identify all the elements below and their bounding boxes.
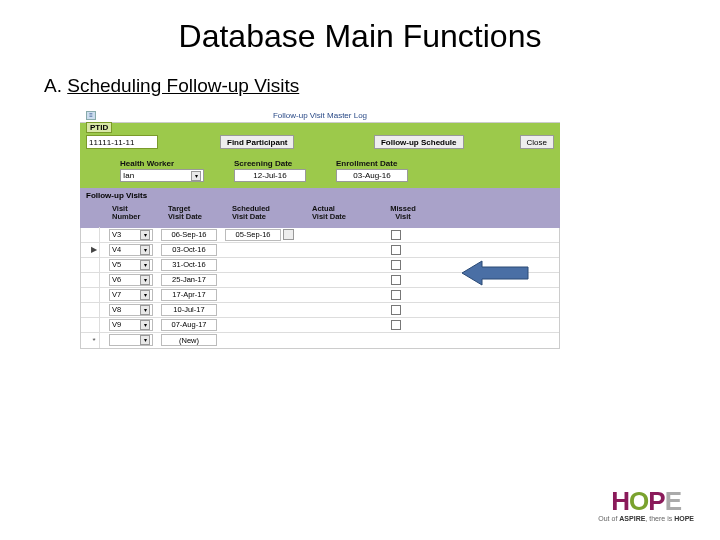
col-target-date: TargetVisit Date	[168, 205, 232, 222]
row-separator	[99, 242, 109, 257]
enrollment-date-label: Enrollment Date	[336, 159, 408, 168]
participant-info-bar: Health Worker Ian ▾ Screening Date 12-Ju…	[80, 153, 560, 188]
scheduled-date-wrap: 05-Sep-16	[225, 229, 305, 241]
missed-visit-checkbox[interactable]	[391, 245, 401, 255]
table-row[interactable]: ▶V4▾03-Oct-16	[81, 243, 559, 258]
chevron-down-icon[interactable]: ▾	[140, 335, 150, 345]
chevron-down-icon[interactable]: ▾	[140, 230, 150, 240]
table-column-headers: VisitNumber TargetVisit Date ScheduledVi…	[80, 203, 560, 228]
missed-visit-wrap	[375, 275, 417, 285]
chevron-down-icon[interactable]: ▾	[140, 290, 150, 300]
target-date-cell: 03-Oct-16	[161, 244, 217, 256]
slide-subtitle: A. Scheduling Follow-up Visits	[44, 75, 720, 97]
health-worker-select[interactable]: Ian ▾	[120, 169, 204, 182]
missed-visit-checkbox[interactable]	[391, 290, 401, 300]
visit-number-cell[interactable]: V5▾	[109, 259, 153, 271]
visit-number-cell[interactable]: V8▾	[109, 304, 153, 316]
followup-visits-header: Follow-up Visits	[80, 188, 560, 203]
close-button[interactable]: Close	[520, 135, 554, 149]
missed-visit-checkbox[interactable]	[391, 275, 401, 285]
chevron-down-icon[interactable]: ▾	[140, 245, 150, 255]
target-date-cell: (New)	[161, 334, 217, 346]
logo-tagline: Out of ASPIRE, there is HOPE	[598, 515, 694, 522]
window-menu-icon[interactable]: ≡	[86, 111, 96, 120]
row-separator	[99, 227, 109, 242]
enrollment-date-field: 03-Aug-16	[336, 169, 408, 182]
col-missed-visit: MissedVisit	[382, 205, 424, 222]
subtitle-prefix: A.	[44, 75, 67, 96]
logo-wordmark: HOPE	[598, 486, 694, 517]
row-separator	[99, 317, 109, 332]
chevron-down-icon[interactable]: ▾	[140, 320, 150, 330]
chevron-down-icon[interactable]: ▾	[140, 260, 150, 270]
missed-visit-wrap	[375, 290, 417, 300]
database-window: ≡ Follow-up Visit Master Log PTID Find P…	[80, 109, 560, 349]
col-scheduled-date: ScheduledVisit Date	[232, 205, 312, 222]
visits-table-body: V3▾06-Sep-1605-Sep-16▶V4▾03-Oct-16V5▾31-…	[80, 228, 560, 349]
col-visit-number: VisitNumber	[112, 205, 168, 222]
table-row[interactable]: V6▾25-Jan-17	[81, 273, 559, 288]
visit-number-cell[interactable]: V3▾	[109, 229, 153, 241]
row-separator	[99, 257, 109, 272]
followup-schedule-button[interactable]: Follow-up Schedule	[374, 135, 464, 149]
ptid-label: PTID	[86, 122, 112, 133]
health-worker-label: Health Worker	[120, 159, 204, 168]
visit-number-cell[interactable]: V9▾	[109, 319, 153, 331]
subtitle-link: Scheduling Follow-up Visits	[67, 75, 299, 96]
visit-number-cell[interactable]: ▾	[109, 334, 153, 346]
scheduled-date-cell[interactable]: 05-Sep-16	[225, 229, 281, 241]
row-separator	[99, 302, 109, 317]
screening-date-field: 12-Jul-16	[234, 169, 306, 182]
health-worker-value: Ian	[123, 171, 134, 180]
table-row[interactable]: V3▾06-Sep-1605-Sep-16	[81, 228, 559, 243]
table-row[interactable]: V7▾17-Apr-17	[81, 288, 559, 303]
missed-visit-wrap	[375, 230, 417, 240]
col-actual-date: ActualVisit Date	[312, 205, 382, 222]
target-date-cell: 06-Sep-16	[161, 229, 217, 241]
visit-number-cell[interactable]: V4▾	[109, 244, 153, 256]
missed-visit-checkbox[interactable]	[391, 260, 401, 270]
window-title: Follow-up Visit Master Log	[273, 111, 367, 120]
find-participant-button[interactable]: Find Participant	[220, 135, 294, 149]
table-row[interactable]: *▾(New)	[81, 333, 559, 348]
chevron-down-icon[interactable]: ▾	[191, 171, 201, 181]
table-row[interactable]: V5▾31-Oct-16	[81, 258, 559, 273]
window-titlebar: ≡ Follow-up Visit Master Log	[80, 109, 560, 123]
missed-visit-checkbox[interactable]	[391, 320, 401, 330]
visit-number-cell[interactable]: V7▾	[109, 289, 153, 301]
hope-logo: HOPE Out of ASPIRE, there is HOPE	[598, 486, 694, 522]
missed-visit-checkbox[interactable]	[391, 230, 401, 240]
row-separator	[99, 272, 109, 287]
target-date-cell: 25-Jan-17	[161, 274, 217, 286]
missed-visit-wrap	[375, 260, 417, 270]
slide-title: Database Main Functions	[0, 18, 720, 55]
target-date-cell: 17-Apr-17	[161, 289, 217, 301]
table-row[interactable]: V8▾10-Jul-17	[81, 303, 559, 318]
ptid-input[interactable]	[86, 135, 158, 149]
row-marker: ▶	[89, 245, 99, 254]
missed-visit-wrap	[375, 320, 417, 330]
row-separator	[99, 287, 109, 302]
row-separator	[99, 333, 109, 348]
chevron-down-icon[interactable]: ▾	[140, 275, 150, 285]
chevron-down-icon[interactable]: ▾	[140, 305, 150, 315]
row-marker: *	[89, 336, 99, 345]
target-date-cell: 31-Oct-16	[161, 259, 217, 271]
missed-visit-checkbox[interactable]	[391, 305, 401, 315]
table-row[interactable]: V9▾07-Aug-17	[81, 318, 559, 333]
missed-visit-wrap	[375, 245, 417, 255]
visit-number-cell[interactable]: V6▾	[109, 274, 153, 286]
date-picker-button[interactable]	[283, 229, 294, 240]
target-date-cell: 10-Jul-17	[161, 304, 217, 316]
screening-date-label: Screening Date	[234, 159, 306, 168]
missed-visit-wrap	[375, 305, 417, 315]
target-date-cell: 07-Aug-17	[161, 319, 217, 331]
search-bar: Find Participant Follow-up Schedule Clos…	[80, 123, 560, 153]
